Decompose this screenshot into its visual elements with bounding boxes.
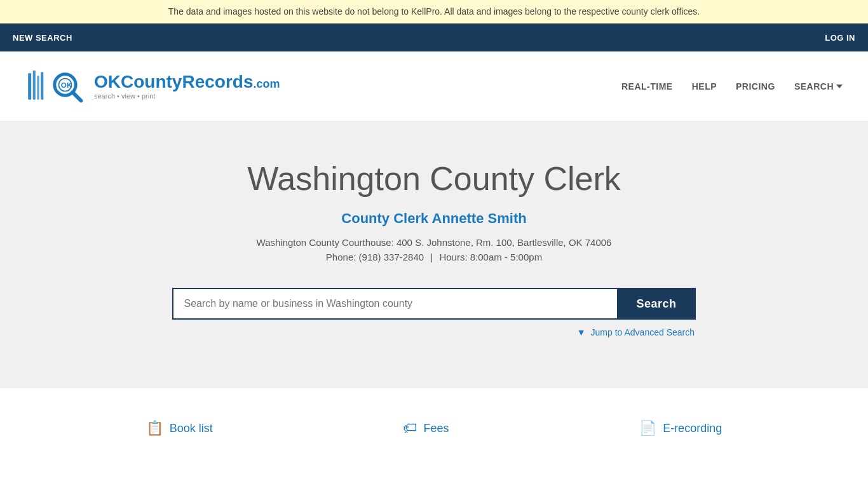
new-search-link[interactable]: NEW SEARCH bbox=[13, 33, 72, 43]
main-nav: REAL-TIME HELP PRICING SEARCH bbox=[621, 81, 843, 92]
page-title: Washington County Clerk bbox=[13, 159, 855, 198]
nav-help[interactable]: HELP bbox=[692, 81, 717, 92]
svg-text:OK: OK bbox=[61, 81, 72, 89]
advanced-search-label: Jump to Advanced Search bbox=[591, 327, 695, 337]
login-link[interactable]: LOG IN bbox=[825, 33, 855, 43]
book-list-icon: 📋 bbox=[146, 420, 163, 437]
advanced-search-link-container: ▼ Jump to Advanced Search bbox=[173, 327, 695, 337]
logo-text: OKCountyRecords.com search • view • prin… bbox=[94, 73, 280, 100]
erecording-link[interactable]: 📄 E-recording bbox=[639, 420, 722, 437]
fees-link[interactable]: 🏷 Fees bbox=[403, 420, 449, 437]
logo-tagline: search • view • print bbox=[94, 93, 280, 100]
svg-rect-3 bbox=[41, 72, 43, 99]
svg-rect-2 bbox=[37, 76, 39, 99]
nav-pricing[interactable]: PRICING bbox=[736, 81, 775, 92]
arrow-icon: ▼ bbox=[577, 327, 586, 337]
svg-rect-1 bbox=[33, 71, 36, 100]
logo-icon: OK bbox=[25, 64, 89, 109]
clerk-name: County Clerk Annette Smith bbox=[13, 210, 855, 227]
address: Washington County Courthouse: 400 S. Joh… bbox=[13, 237, 855, 248]
book-list-label: Book list bbox=[170, 422, 213, 435]
svg-rect-0 bbox=[28, 73, 31, 100]
top-nav: NEW SEARCH LOG IN bbox=[0, 24, 868, 51]
search-input[interactable] bbox=[172, 288, 617, 320]
contact-info: Phone: (918) 337-2840 | Hours: 8:00am - … bbox=[13, 252, 855, 262]
erecording-icon: 📄 bbox=[639, 420, 656, 437]
svg-line-6 bbox=[72, 92, 81, 100]
hours-label: Hours: bbox=[439, 252, 467, 262]
phone-label: Phone: bbox=[326, 252, 356, 262]
erecording-label: E-recording bbox=[663, 422, 722, 435]
search-bar-container: Search bbox=[13, 288, 855, 320]
book-list-link[interactable]: 📋 Book list bbox=[146, 420, 213, 437]
dropdown-caret-icon bbox=[836, 85, 843, 88]
notice-text: The data and images hosted on this websi… bbox=[168, 6, 700, 17]
fees-icon: 🏷 bbox=[403, 420, 417, 437]
logo[interactable]: OK OKCountyRecords.com search • view • p… bbox=[25, 64, 280, 109]
logo-brand: OKCountyRecords bbox=[94, 72, 253, 92]
advanced-search-link[interactable]: ▼ Jump to Advanced Search bbox=[577, 327, 695, 337]
site-header: OK OKCountyRecords.com search • view • p… bbox=[0, 51, 868, 121]
hero-section: Washington County Clerk County Clerk Ann… bbox=[0, 121, 868, 388]
phone-number: (918) 337-2840 bbox=[359, 252, 424, 262]
nav-search-dropdown[interactable]: SEARCH bbox=[794, 81, 843, 92]
nav-realtime[interactable]: REAL-TIME bbox=[621, 81, 673, 92]
footer-links: 📋 Book list 🏷 Fees 📄 E-recording bbox=[0, 388, 868, 468]
separator: | bbox=[430, 252, 433, 262]
notice-banner: The data and images hosted on this websi… bbox=[0, 0, 868, 24]
search-button[interactable]: Search bbox=[617, 288, 695, 320]
fees-label: Fees bbox=[423, 422, 449, 435]
hours-value: 8:00am - 5:00pm bbox=[470, 252, 542, 262]
